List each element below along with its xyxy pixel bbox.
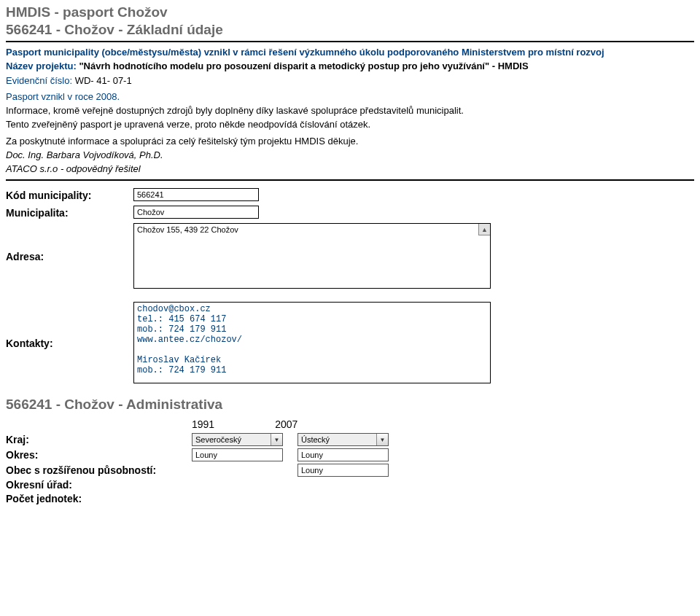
row-okresni-urad: Okresní úřad:: [6, 479, 694, 491]
intro-project: Název projektu: "Návrh hodnotícího model…: [6, 61, 694, 72]
project-value: "Návrh hodnotícího modelu pro posouzení …: [79, 61, 528, 71]
year-header: 1991 2007: [192, 418, 694, 430]
orp-2007-input[interactable]: Louny: [298, 464, 389, 477]
section-admin-title: 566241 - Chožov - Administrativa: [6, 397, 694, 413]
year-2007: 2007: [275, 418, 298, 430]
kraj-2007-select[interactable]: Ústecký ▼: [298, 433, 389, 446]
year-1991: 1991: [192, 418, 214, 430]
kraj-1991-value: Severočeský: [195, 435, 241, 444]
signature-1: Doc. Ing. Barbara Vojvodíková, Ph.D.: [6, 149, 694, 161]
intro-vznik: Pasport vznikl v roce 2008.: [6, 91, 694, 103]
row-kod: Kód municipality: 566241: [6, 188, 694, 201]
kod-label: Kód municipality:: [6, 188, 133, 201]
adresa-value: Chožov 155, 439 22 Chožov: [134, 224, 490, 288]
page-subtitle: 566241 - Chožov - Základní údaje: [6, 22, 694, 38]
row-orp: Obec s rozšířenou působností: Louny: [6, 464, 694, 477]
signature-2: ATACO s.r.o - odpovědný řešitel: [6, 163, 694, 175]
evidence-value: WD- 41- 07-1: [75, 75, 132, 86]
kontakty-value: chodov@cbox.cz tel.: 415 674 117 mob.: 7…: [134, 303, 490, 383]
chevron-down-icon: ▼: [376, 434, 388, 445]
kraj-label: Kraj:: [6, 434, 192, 445]
divider: [6, 41, 694, 42]
okres-1991-input[interactable]: Louny: [192, 448, 283, 461]
kraj-2007-value: Ústecký: [301, 435, 330, 444]
ou-label: Okresní úřad:: [6, 479, 192, 491]
intro-thanks: Za poskytnuté informace a spolupráci za …: [6, 136, 694, 147]
orp-label: Obec s rozšířenou působností:: [6, 464, 192, 476]
intro-block: Pasport municipality (obce/městysu/města…: [6, 47, 694, 175]
kod-input[interactable]: 566241: [133, 188, 259, 201]
intro-info2: Tento zveřejněný pasport je upravená ver…: [6, 119, 694, 130]
row-okres: Okres: Louny Louny: [6, 448, 694, 461]
row-adresa: Adresa: Chožov 155, 439 22 Chožov ▲: [6, 223, 694, 289]
pj-label: Počet jednotek:: [6, 493, 192, 504]
okres-label: Okres:: [6, 449, 192, 461]
chevron-down-icon: ▼: [271, 434, 282, 445]
kraj-1991-select[interactable]: Severočeský ▼: [192, 433, 283, 446]
row-municipalita: Municipalita: Chožov: [6, 206, 694, 219]
intro-info1: Informace, kromě veřejně dostupných zdro…: [6, 105, 694, 117]
mun-input[interactable]: Chožov: [133, 206, 259, 219]
page-title: HMDIS - pasport Chožov: [6, 4, 694, 20]
row-kraj: Kraj: Severočeský ▼ Ústecký ▼: [6, 433, 694, 446]
evidence-label: Evidenční číslo:: [6, 75, 75, 86]
adresa-textarea[interactable]: Chožov 155, 439 22 Chožov ▲: [133, 223, 491, 289]
admin-grid: 1991 2007 Kraj: Severočeský ▼ Ústecký ▼ …: [6, 418, 694, 504]
intro-line1: Pasport municipality (obce/městysu/města…: [6, 47, 694, 58]
row-pocet-jednotek: Počet jednotek:: [6, 493, 694, 504]
divider: [6, 179, 694, 181]
row-kontakty: Kontakty: chodov@cbox.cz tel.: 415 674 1…: [6, 302, 694, 383]
kontakty-textarea[interactable]: chodov@cbox.cz tel.: 415 674 117 mob.: 7…: [133, 302, 491, 383]
okres-2007-input[interactable]: Louny: [298, 448, 389, 461]
intro-evidence: Evidenční číslo: WD- 41- 07-1: [6, 75, 694, 87]
scroll-up-icon[interactable]: ▲: [478, 224, 490, 235]
mun-label: Municipalita:: [6, 206, 133, 219]
adresa-label: Adresa:: [6, 249, 133, 262]
project-label: Název projektu:: [6, 61, 79, 71]
kontakty-label: Kontakty:: [6, 336, 133, 349]
